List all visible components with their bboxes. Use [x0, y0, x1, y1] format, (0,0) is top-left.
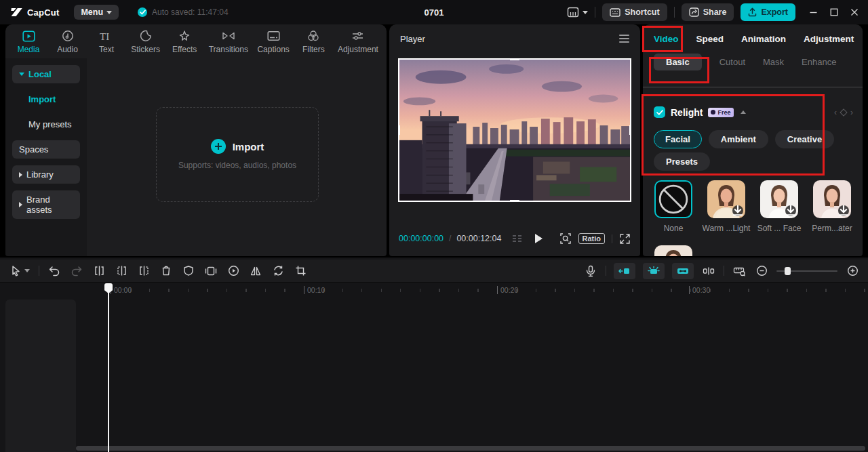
shortcut-button[interactable]: Shortcut [602, 3, 667, 21]
delete-icon[interactable] [159, 264, 174, 279]
mask-icon[interactable] [181, 264, 196, 279]
sidebar-item-my-presets[interactable]: My presets [12, 115, 80, 133]
tab-adjustment[interactable]: Adjustment [338, 29, 378, 58]
import-dropzone[interactable]: Import Supports: videos, audios, photos [156, 107, 319, 202]
preview-quality-icon[interactable] [559, 232, 572, 245]
export-icon [748, 7, 757, 17]
preset-none[interactable] [654, 180, 692, 218]
download-icon [785, 205, 796, 216]
play-button[interactable] [535, 234, 542, 243]
divider [674, 7, 675, 18]
select-tool-icon[interactable] [8, 264, 31, 279]
carousel-next-icon[interactable]: › [850, 108, 853, 117]
magnetic-snap-toggle[interactable] [614, 263, 635, 279]
main-track-magnet-toggle[interactable] [643, 263, 665, 279]
subtab-cutout[interactable]: Cutout [719, 57, 745, 67]
tab-stickers[interactable]: Stickers [131, 29, 161, 58]
zoom-out-icon[interactable] [754, 264, 769, 279]
tab-speed[interactable]: Speed [696, 34, 724, 44]
timeline-ruler[interactable]: 00:00 00:10 00:20 00:30 [0, 283, 868, 300]
tab-audio[interactable]: Audio [53, 29, 83, 58]
layout-switch-icon[interactable] [567, 7, 588, 18]
close-button[interactable] [850, 8, 859, 16]
relight-mode-ambient[interactable]: Ambient [709, 130, 768, 148]
divider [606, 266, 606, 276]
player-menu-icon[interactable] [619, 35, 629, 43]
playhead[interactable] [108, 283, 109, 452]
sidebar-item-label: Library [26, 169, 54, 180]
carousel-prev-icon[interactable]: ‹ [834, 108, 837, 117]
tab-animation[interactable]: Animation [741, 34, 786, 44]
transform-handle[interactable] [510, 58, 519, 60]
export-label: Export [761, 7, 788, 17]
mirror-icon[interactable] [248, 264, 263, 279]
reset-icon[interactable] [840, 108, 847, 116]
sidebar-item-label: Brand assets [26, 194, 73, 215]
delete-left-icon[interactable] [114, 264, 129, 279]
tab-text[interactable]: TI Text [92, 29, 121, 58]
subtab-mask[interactable]: Mask [763, 57, 784, 67]
sidebar-item-spaces[interactable]: Spaces [12, 140, 80, 159]
sidebar-item-library[interactable]: Library [12, 165, 80, 184]
video-frame-cityscape [399, 60, 630, 201]
timeline-scrollbar[interactable] [76, 446, 865, 451]
current-timecode: 00:00:00:00 [399, 234, 443, 243]
sidebar-item-brand-assets[interactable]: Brand assets [12, 190, 80, 219]
tab-filters[interactable]: Filters [298, 29, 328, 58]
duration-timecode: 00:00:12:04 [456, 234, 501, 243]
overlay-icon[interactable] [203, 264, 218, 279]
autosave-check-icon [138, 7, 147, 17]
transform-handle[interactable] [398, 125, 400, 135]
zoom-in-icon[interactable] [845, 264, 860, 279]
tab-video[interactable]: Video [654, 34, 679, 44]
timeline-settings-icon[interactable] [732, 264, 747, 279]
preset-partial-thumbnail[interactable] [654, 245, 692, 256]
maximize-button[interactable] [830, 8, 838, 16]
speed-icon[interactable] [226, 264, 241, 279]
undo-icon[interactable] [47, 264, 62, 279]
timeline-zoom-slider[interactable] [776, 270, 837, 272]
sidebar-item-import[interactable]: Import [12, 90, 80, 108]
minimize-button[interactable] [809, 8, 818, 17]
preset-soft-face[interactable] [760, 180, 798, 218]
tab-captions[interactable]: Captions [257, 29, 289, 58]
share-icon [689, 7, 699, 17]
preset-perm-water[interactable] [813, 180, 851, 218]
collapse-icon[interactable] [741, 110, 746, 114]
tab-effects[interactable]: Effects [170, 29, 199, 58]
transform-handle[interactable] [629, 125, 631, 135]
crop-icon[interactable] [293, 264, 308, 279]
app-logo: CapCut [11, 7, 59, 18]
delete-right-icon[interactable] [136, 264, 151, 279]
tab-transitions[interactable]: Transitions [209, 29, 248, 58]
media-sidebar: Local Import My presets Spaces Library B… [5, 58, 87, 256]
frame-step-icon[interactable] [511, 234, 524, 243]
relight-mode-presets[interactable]: Presets [654, 152, 710, 171]
fullscreen-icon[interactable] [619, 233, 631, 245]
preview-axis-icon[interactable] [701, 264, 716, 279]
rotate-icon[interactable] [271, 264, 285, 279]
share-button[interactable]: Share [682, 3, 734, 21]
tab-media[interactable]: Media [14, 29, 43, 58]
tab-adjustment[interactable]: Adjustment [804, 34, 854, 44]
relight-mode-facial[interactable]: Facial [654, 130, 702, 148]
import-title: Import [233, 141, 264, 152]
relight-checkbox[interactable] [654, 106, 665, 118]
split-icon[interactable] [92, 264, 106, 279]
transform-handle[interactable] [510, 200, 519, 202]
preset-warm-light[interactable] [707, 180, 745, 218]
top-bar: CapCut Menu Auto saved: 11:47:04 0701 Sh… [0, 0, 868, 24]
ratio-button[interactable]: Ratio [578, 233, 606, 244]
zoom-slider-handle[interactable] [785, 267, 791, 275]
preset-label: Warm ...Light [703, 224, 751, 233]
sidebar-item-local[interactable]: Local [12, 65, 80, 83]
auto-link-toggle[interactable] [672, 263, 694, 279]
subtab-enhance[interactable]: Enhance [802, 57, 836, 67]
video-preview[interactable] [398, 58, 631, 202]
relight-mode-creative[interactable]: Creative [775, 130, 834, 148]
redo-icon[interactable] [69, 264, 84, 279]
menu-button[interactable]: Menu [74, 5, 119, 20]
export-button[interactable]: Export [741, 3, 795, 21]
subtab-basic[interactable]: Basic [654, 54, 702, 70]
record-voiceover-icon[interactable] [583, 264, 598, 279]
